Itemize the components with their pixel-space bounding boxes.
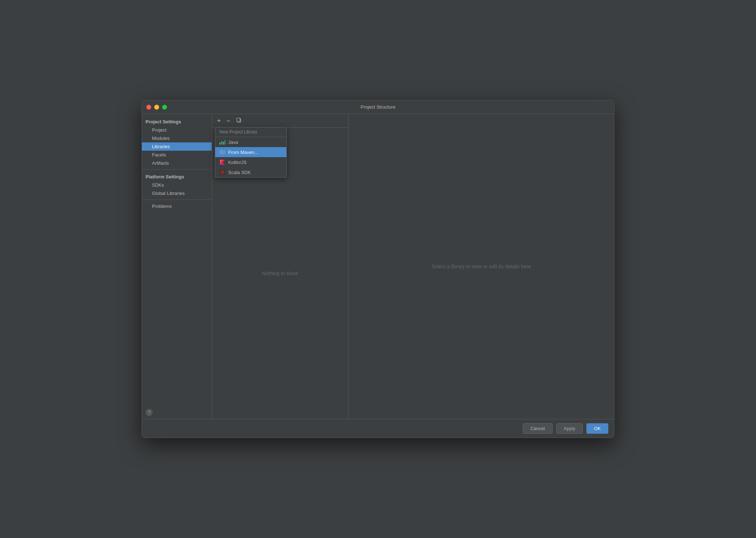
- sidebar-item-problems[interactable]: Problems: [142, 202, 212, 210]
- center-panel: + − New Project Library: [212, 114, 349, 419]
- project-settings-header: Project Settings: [142, 117, 212, 126]
- dropdown-header: New Project Library: [215, 127, 286, 137]
- sidebar-divider-2: [142, 200, 212, 200]
- sidebar-item-modules[interactable]: Modules: [142, 134, 212, 142]
- svg-rect-5: [224, 150, 225, 154]
- dropdown-menu: New Project Library Java: [215, 127, 287, 178]
- maximize-button[interactable]: [162, 105, 167, 110]
- minimize-button[interactable]: [154, 105, 159, 110]
- toolbar: + −: [212, 114, 348, 128]
- svg-rect-8: [221, 171, 224, 172]
- main-content: Project Settings Project Modules Librari…: [142, 114, 614, 419]
- sidebar-item-facets[interactable]: Facets: [142, 151, 212, 159]
- sidebar-item-global-libraries[interactable]: Global Libraries: [142, 189, 212, 197]
- sidebar-item-sdks[interactable]: SDKs: [142, 181, 212, 189]
- svg-rect-9: [221, 172, 224, 173]
- footer: Cancel Apply OK: [142, 419, 614, 438]
- kotlin-icon: [220, 159, 225, 165]
- platform-settings-header: Platform Settings: [142, 172, 212, 181]
- svg-rect-10: [221, 174, 224, 174]
- title-bar: Project Structure: [142, 100, 614, 114]
- remove-button[interactable]: −: [225, 117, 233, 125]
- dropdown-item-from-maven[interactable]: From Maven...: [215, 147, 286, 157]
- svg-rect-1: [237, 118, 240, 122]
- sidebar: Project Settings Project Modules Librari…: [142, 114, 212, 419]
- sidebar-item-libraries[interactable]: Libraries: [142, 142, 212, 151]
- svg-rect-4: [222, 151, 223, 154]
- maven-icon: [220, 149, 225, 155]
- apply-button[interactable]: Apply: [556, 423, 583, 434]
- sidebar-bottom: ?: [142, 406, 212, 419]
- dropdown-item-kotlin-js[interactable]: Kotlin/JS: [215, 157, 286, 167]
- dropdown-item-java[interactable]: Java: [215, 137, 286, 147]
- close-button[interactable]: [146, 105, 151, 110]
- svg-rect-3: [221, 150, 222, 155]
- dropdown-item-scala-sdk[interactable]: Scala SDK: [215, 167, 286, 177]
- project-structure-window: Project Structure Project Settings Proje…: [142, 100, 614, 438]
- sidebar-item-artifacts[interactable]: Artifacts: [142, 159, 212, 167]
- help-button[interactable]: ?: [146, 409, 153, 416]
- svg-rect-2: [220, 150, 221, 154]
- sidebar-item-project[interactable]: Project: [142, 126, 212, 134]
- java-icon: [220, 139, 225, 145]
- window-title: Project Structure: [361, 104, 396, 110]
- copy-icon: [236, 117, 242, 123]
- ok-button[interactable]: OK: [586, 423, 608, 434]
- sidebar-divider: [142, 169, 212, 170]
- cancel-button[interactable]: Cancel: [523, 423, 552, 434]
- scala-icon: [220, 169, 225, 175]
- select-hint: Select a library to view or edit its det…: [432, 264, 531, 269]
- copy-button[interactable]: [234, 117, 244, 125]
- right-panel: Select a library to view or edit its det…: [349, 114, 614, 419]
- svg-marker-6: [220, 160, 225, 165]
- window-controls: [146, 105, 167, 110]
- add-button[interactable]: +: [215, 117, 223, 125]
